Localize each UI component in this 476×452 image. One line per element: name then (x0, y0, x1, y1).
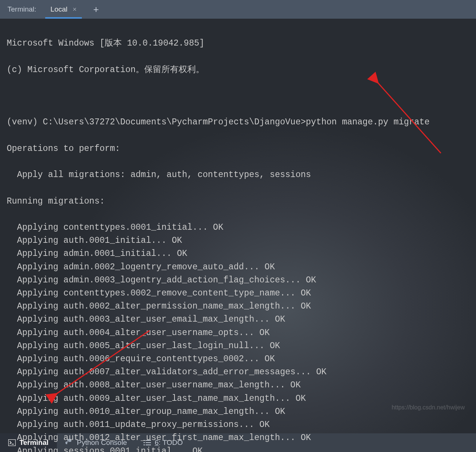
migration-line: Applying auth.0005_alter_user_last_login… (7, 340, 469, 353)
close-icon[interactable]: × (73, 6, 77, 13)
os-header-line: Microsoft Windows [版本 10.0.19042.985] (7, 37, 469, 50)
tab-label: Local (50, 5, 67, 13)
migration-line: Applying admin.0003_logentry_add_action_… (7, 274, 469, 287)
migration-line: Applying auth.0009_alter_user_last_name_… (7, 392, 469, 405)
apply-all-line: Apply all migrations: admin, auth, conte… (7, 168, 469, 182)
migration-line: Applying contenttypes.0001_initial... OK (7, 221, 469, 234)
migration-line: Applying auth.0003_alter_user_email_max_… (7, 313, 469, 326)
terminal-panel-label: Terminal: (7, 5, 45, 13)
terminal-tab-local[interactable]: Local × (45, 0, 82, 19)
watermark-text: https://blog.csdn.net/hwijew (392, 404, 465, 411)
prompt-line: (venv) C:\Users\37272\Documents\PycharmP… (7, 116, 469, 129)
migration-line: Applying auth.0004_alter_user_username_o… (7, 326, 469, 340)
terminal-output[interactable]: Microsoft Windows [版本 10.0.19042.985] (c… (0, 19, 476, 433)
add-tab-button[interactable]: + (89, 0, 103, 19)
migration-line: Applying auth.0007_alter_validators_add_… (7, 366, 469, 379)
migration-line: Applying auth.0006_require_contenttypes_… (7, 353, 469, 366)
migration-line: Applying contenttypes.0002_remove_conten… (7, 287, 469, 300)
migration-line: Applying auth.0008_alter_user_username_m… (7, 379, 469, 392)
migration-line: Applying admin.0002_logentry_remove_auto… (7, 261, 469, 274)
terminal-pane[interactable]: Microsoft Windows [版本 10.0.19042.985] (c… (0, 19, 476, 433)
copyright-line: (c) Microsoft Corporation。保留所有权利。 (7, 64, 469, 77)
running-line: Running migrations: (7, 195, 469, 208)
migration-line: Applying auth.0011_update_proxy_permissi… (7, 418, 469, 431)
migration-line: Applying auth.0001_initial... OK (7, 234, 469, 247)
plus-icon: + (93, 4, 99, 15)
migration-line: Applying auth.0012_alter_user_first_name… (7, 431, 469, 445)
terminal-tab-bar: Terminal: Local × + (0, 0, 476, 19)
migration-line: Applying admin.0001_initial... OK (7, 247, 469, 260)
migration-line: Applying auth.0002_alter_permission_name… (7, 300, 469, 313)
migration-line: Applying sessions.0001_initial... OK (7, 445, 469, 452)
operations-line: Operations to perform: (7, 142, 469, 155)
